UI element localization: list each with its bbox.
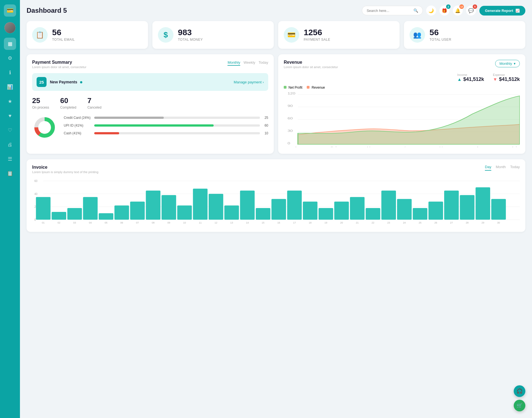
dark-mode-toggle[interactable]: 🌙: [426, 6, 436, 16]
dashboard-icon: ▦: [8, 41, 12, 47]
stat-info-user: 56 TOTAL USER: [429, 28, 451, 42]
net-profit-legend: Net Profit: [284, 86, 302, 89]
sidebar-item-clipboard[interactable]: 📋: [4, 167, 16, 179]
heart-outline-icon: ♡: [8, 127, 12, 133]
chart-icon: 📊: [7, 84, 13, 90]
svg-rect-41: [130, 202, 145, 220]
bars-section: Credit Card (24%) 25 UPI ID (41%) 60: [64, 116, 268, 139]
svg-rect-53: [224, 206, 239, 220]
svg-text:06: 06: [120, 221, 123, 224]
svg-text:17: 17: [293, 221, 296, 224]
sidebar-item-settings[interactable]: ⚙: [4, 52, 16, 64]
invoice-chart-svg: 0204060010203040506070809101112131415161…: [32, 178, 520, 225]
stat-card-payment-sale: 💳 1256 PAYMENT SALE: [278, 21, 400, 49]
svg-text:04: 04: [89, 221, 92, 224]
payment-panel-title-area: Payment Summary Lorem ipsum dolor sit am…: [32, 60, 86, 69]
tab-weekly[interactable]: Weekly: [244, 60, 255, 66]
stat-info-payment: 1256 PAYMENT SALE: [304, 28, 330, 42]
on-process-label: On process: [32, 106, 49, 109]
sidebar-logo[interactable]: 💳: [4, 4, 16, 17]
bar-val-credit: 25: [263, 116, 268, 120]
svg-text:15: 15: [262, 221, 264, 224]
bar-track-upi: [94, 124, 260, 127]
sidebar-item-print[interactable]: 🖨: [4, 139, 16, 151]
revenue-panel-sub: Lorem ipsum dolor sit amet, consectetur: [284, 65, 338, 69]
sidebar-item-dashboard[interactable]: ▦: [4, 38, 16, 50]
payment-sale-value: 1256: [304, 28, 330, 37]
svg-text:08: 08: [152, 221, 155, 224]
sidebar-item-heart[interactable]: ♥: [4, 110, 16, 122]
tab-today[interactable]: Today: [259, 60, 268, 66]
invoice-tab-month[interactable]: Month: [496, 165, 506, 171]
svg-rect-59: [272, 199, 286, 220]
search-icon: 🔍: [413, 8, 418, 13]
revenue-panel: Revenue Lorem ipsum dolor sit amet, cons…: [278, 54, 525, 154]
svg-text:Apr: Apr: [404, 146, 410, 147]
svg-rect-77: [413, 208, 428, 220]
svg-rect-35: [83, 197, 98, 220]
svg-rect-71: [366, 208, 380, 220]
logo-icon: 💳: [7, 7, 14, 14]
payment-panel-sub: Lorem ipsum dolor sit amet, consectetur: [32, 65, 86, 69]
svg-rect-79: [428, 202, 443, 220]
total-user-value: 56: [429, 28, 451, 37]
manage-payment-link[interactable]: Manage payment ›: [234, 80, 264, 84]
svg-text:14: 14: [246, 221, 249, 224]
revenue-expense: Expense ▼ $41,512k: [493, 73, 520, 82]
cart-icon: 🛒: [516, 402, 523, 409]
svg-rect-83: [460, 195, 475, 220]
svg-rect-39: [114, 206, 129, 220]
user-avatar[interactable]: [4, 22, 16, 33]
svg-rect-45: [162, 195, 176, 220]
svg-rect-61: [287, 191, 302, 220]
revenue-monthly-button[interactable]: Monthly ▾: [495, 60, 520, 67]
bar-val-cash: 10: [263, 131, 268, 135]
stats-row: 📋 56 TOTAL EMAIL $ 983 TOTAL MONEY 💳 125…: [27, 21, 525, 49]
net-profit-area: [298, 96, 520, 144]
revenue-legend: Net Profit Revenue: [284, 86, 520, 89]
tab-monthly[interactable]: Monthly: [227, 60, 240, 66]
svg-text:05: 05: [105, 221, 108, 224]
svg-rect-51: [209, 194, 223, 220]
sidebar-item-list[interactable]: ☰: [4, 153, 16, 165]
svg-rect-63: [303, 202, 318, 220]
total-money-value: 983: [178, 28, 203, 37]
gear-icon: ⚙: [8, 55, 12, 61]
bar-fill-upi: [94, 124, 214, 127]
headset-icon: 🎧: [516, 388, 523, 394]
svg-rect-87: [491, 199, 506, 220]
invoice-tab-day[interactable]: Day: [485, 165, 491, 171]
cart-button[interactable]: 🛒: [514, 400, 525, 411]
svg-text:12: 12: [214, 221, 217, 224]
svg-text:30: 30: [497, 221, 500, 224]
middle-row: Payment Summary Lorem ipsum dolor sit am…: [27, 54, 525, 154]
generate-report-button[interactable]: Generate Report 📈: [479, 6, 525, 16]
svg-rect-31: [52, 212, 66, 220]
svg-text:01: 01: [42, 221, 45, 224]
sidebar-item-star[interactable]: ★: [4, 95, 16, 107]
search-input[interactable]: [367, 9, 411, 13]
search-box[interactable]: 🔍: [362, 6, 423, 15]
bar-val-upi: 60: [263, 124, 268, 127]
chat-notification[interactable]: 💬 5: [466, 6, 476, 16]
header-right: 🔍 🌙 🎁 2 🔔 12 💬 5 Generate Report 📈: [362, 6, 525, 16]
sidebar-item-heart2[interactable]: ♡: [4, 124, 16, 136]
svg-text:21: 21: [356, 221, 359, 224]
moon-icon: 🌙: [428, 8, 434, 13]
svg-text:13: 13: [230, 221, 233, 224]
sidebar-item-info[interactable]: ℹ: [4, 66, 16, 79]
sidebar: 💳 ▦ ⚙ ℹ 📊 ★ ♥ ♡ 🖨 ☰ 📋: [0, 0, 20, 418]
new-payments-row: 25 New Payments Manage payment ›: [32, 73, 268, 91]
support-button[interactable]: 🎧: [514, 385, 525, 397]
completed-label: Completed: [60, 106, 76, 109]
heart-icon: ♥: [9, 113, 12, 119]
invoice-tab-today[interactable]: Today: [510, 165, 520, 171]
svg-rect-43: [146, 191, 160, 220]
payment-summary-panel: Payment Summary Lorem ipsum dolor sit am…: [27, 54, 274, 154]
sidebar-item-chart[interactable]: 📊: [4, 81, 16, 93]
revenue-panel-title: Revenue: [284, 60, 338, 65]
svg-rect-29: [36, 197, 51, 220]
bell-notification[interactable]: 🔔 12: [453, 6, 463, 16]
total-email-value: 56: [52, 28, 75, 37]
gift-notification[interactable]: 🎁 2: [439, 6, 449, 16]
